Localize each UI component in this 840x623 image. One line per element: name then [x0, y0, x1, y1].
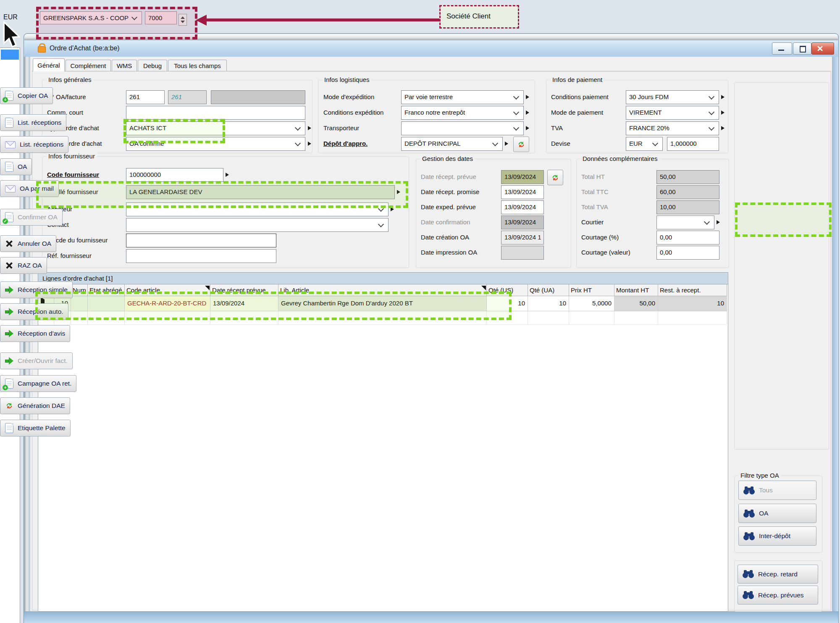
- recep-prevues-button[interactable]: Récep. prévues: [738, 586, 818, 605]
- num-oa-readonly-field: 261: [168, 90, 207, 104]
- transporteur-combo[interactable]: [401, 121, 524, 135]
- code-fournisseur-label[interactable]: Code fournisseur: [47, 171, 99, 178]
- minimize-icon: [778, 50, 784, 51]
- col-rest-recept[interactable]: Rest. à recept.: [658, 284, 727, 296]
- col-montant-ht[interactable]: Montant HT: [614, 284, 658, 296]
- campagne-oa-ret-button[interactable]: + Campagne OA ret.: [0, 375, 76, 392]
- detail-arrow-icon[interactable]: [505, 142, 508, 146]
- date-recept-promise-field[interactable]: 13/09/2024: [501, 185, 544, 199]
- close-button[interactable]: [811, 42, 834, 55]
- detail-arrow-icon[interactable]: [526, 126, 529, 130]
- contact-combo[interactable]: [126, 218, 388, 232]
- doc-icon: [5, 423, 13, 433]
- maximize-button[interactable]: [793, 42, 811, 55]
- minimize-button[interactable]: [772, 42, 792, 55]
- window-right-frame: [832, 57, 838, 611]
- filtre-oa-button[interactable]: OA: [738, 504, 816, 523]
- detail-arrow-icon[interactable]: [721, 95, 724, 99]
- ref-fournisseur-field[interactable]: [126, 249, 276, 263]
- green-arrow-icon: [5, 329, 13, 338]
- copier-oa-button[interactable]: + Copier OA: [0, 87, 53, 104]
- detail-arrow-icon[interactable]: [308, 126, 311, 130]
- button-label: List. réceptions: [18, 119, 61, 126]
- detail-arrow-icon[interactable]: [308, 142, 311, 146]
- devise-label: Devise: [551, 140, 570, 147]
- filtre-inter-depot-button[interactable]: Inter-dépôt: [738, 526, 816, 546]
- check-badge-icon: ✓: [3, 218, 8, 224]
- x-icon: [5, 239, 13, 248]
- binoculars-icon: [743, 486, 755, 494]
- devise-combo[interactable]: EUR: [626, 137, 663, 151]
- raz-oa-button[interactable]: RAZ OA: [0, 257, 47, 274]
- refresh-icon: [517, 140, 525, 149]
- mode-paiement-combo[interactable]: VIREMENT: [626, 106, 719, 120]
- depot-refresh-button[interactable]: [513, 137, 529, 152]
- green-arrow-icon: [5, 357, 13, 365]
- generation-dae-button[interactable]: Génération DAE: [0, 397, 70, 414]
- plus-badge-icon: +: [3, 97, 8, 103]
- ncde-fournisseur-field[interactable]: [126, 234, 276, 247]
- binoculars-icon: [743, 570, 754, 578]
- date-refresh-button[interactable]: [547, 170, 563, 185]
- cell-qte-ua[interactable]: 10: [528, 296, 569, 311]
- num-facture-field: [211, 90, 305, 104]
- conditions-paiement-combo[interactable]: 30 Jours FDM: [626, 90, 719, 104]
- depot-appro-label[interactable]: Dépôt d'appro.: [323, 140, 368, 147]
- reception-avis-button[interactable]: Réception d'avis: [0, 325, 70, 342]
- annuler-oa-button[interactable]: Annuler OA: [0, 235, 56, 252]
- courtage-valeur-field[interactable]: 0,00: [656, 246, 719, 260]
- comm-court-field[interactable]: [126, 106, 305, 120]
- screen: EUR GREENSPARK S.A.S - COOP 7000 Société…: [0, 0, 840, 623]
- mail-icon: [5, 185, 16, 192]
- button-label: Réception d'avis: [18, 330, 65, 337]
- tab-complement[interactable]: Complément: [66, 60, 111, 71]
- callout-arrow-head: [196, 15, 207, 26]
- date-exped-prevue-label: Date exped. prévue: [421, 203, 476, 210]
- num-oa-field[interactable]: 261: [126, 90, 165, 104]
- button-label: OA: [18, 163, 27, 171]
- recep-retard-button[interactable]: Récep. retard: [738, 565, 818, 584]
- courtage-pct-field[interactable]: 0,00: [656, 231, 719, 244]
- cell-montant-ht[interactable]: 50,00: [614, 296, 658, 311]
- conditions-expedition-combo[interactable]: Franco notre entrepôt: [401, 106, 524, 120]
- cell-prix-ht[interactable]: 5,0000: [569, 296, 614, 311]
- mode-expedition-combo[interactable]: Par voie terrestre: [401, 90, 524, 104]
- date-exped-prevue-field[interactable]: 13/09/2024: [501, 200, 544, 214]
- button-label: List. réceptions: [20, 141, 63, 148]
- date-confirmation-field: 13/09/2024: [501, 216, 544, 229]
- tab-debug[interactable]: Debug: [138, 60, 167, 71]
- table-caption: Lignes d'ordre d'achat [1]: [38, 273, 728, 284]
- col-qte-ua[interactable]: Qté (UA): [528, 284, 569, 296]
- group-title: Infos de paiement: [550, 76, 604, 83]
- etiquette-palette-button[interactable]: Etiquette Palette: [0, 420, 71, 436]
- list-receptions-mail-button[interactable]: List. réceptions: [0, 136, 68, 153]
- tab-tous-les-champs[interactable]: Tous les champs: [168, 60, 227, 71]
- lock-icon: [38, 46, 46, 53]
- courtier-combo[interactable]: [656, 216, 714, 229]
- currency-combo-value[interactable]: EUR: [3, 13, 18, 21]
- tva-combo[interactable]: FRANCE 20%: [626, 121, 719, 135]
- date-impression-oa-field: [501, 246, 544, 260]
- detail-arrow-icon[interactable]: [226, 173, 229, 177]
- col-prix-ht[interactable]: Prix HT: [569, 284, 614, 296]
- empty-cell: [614, 311, 658, 325]
- date-confirmation-label: Date confirmation: [421, 218, 470, 226]
- oa-button[interactable]: OA: [0, 158, 32, 175]
- depot-appro-combo[interactable]: DEPÔT PRINCIPAL: [401, 137, 503, 151]
- date-recept-prevue-label: Date récept. prévue: [421, 173, 476, 180]
- detail-arrow-icon[interactable]: [721, 126, 724, 130]
- binoculars-icon: [743, 510, 755, 518]
- taux-change-field[interactable]: 1,000000: [667, 137, 719, 151]
- callout-societe-client: Société Client: [439, 5, 519, 29]
- tab-wms[interactable]: WMS: [112, 60, 137, 71]
- detail-arrow-icon[interactable]: [526, 95, 529, 99]
- cell-rest-recept[interactable]: 10: [658, 296, 727, 311]
- code-fournisseur-field[interactable]: 100000000: [126, 168, 223, 182]
- confirmer-oa-button: ✓ Confirmer OA: [0, 209, 63, 226]
- detail-arrow-icon[interactable]: [721, 110, 724, 115]
- tab-general[interactable]: Général: [33, 58, 65, 71]
- window-titlebar[interactable]: [24, 40, 838, 57]
- list-receptions-button[interactable]: List. réceptions: [0, 114, 66, 131]
- detail-arrow-icon[interactable]: [717, 220, 720, 224]
- detail-arrow-icon[interactable]: [526, 110, 529, 115]
